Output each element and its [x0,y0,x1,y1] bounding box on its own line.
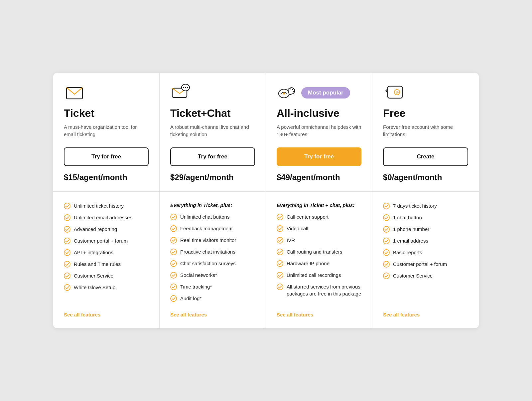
feature-text: Time tracking* [180,283,212,290]
feature-text: Basic reports [393,249,422,256]
feature-text: Unlimited call recordings [287,272,341,279]
feature-text: Customer portal + forum [393,261,447,268]
plan-icon-row-free: % [383,84,468,102]
svg-point-19 [171,272,177,278]
price-label-free: $0/agent/month [383,173,468,182]
plan-name-all-inclusive: All-inclusive [277,107,361,119]
feature-text: Customer Service [74,272,113,279]
feature-text: Feedback management [180,225,233,232]
svg-point-39 [383,238,389,244]
svg-point-17 [171,249,177,255]
plan-icon-row-ticket-chat [170,84,255,102]
price-label-ticket: $15/agent/month [64,173,149,182]
feature-list-ticket-chat: Unlimited chat buttons Feedback manageme… [170,213,255,306]
feature-item: Feedback management [170,225,255,232]
svg-point-20 [171,284,177,290]
feature-item: Customer Service [383,272,468,279]
see-all-features-all-inclusive[interactable]: See all features [277,312,361,317]
plan-top-free: % FreeForever free account with some lim… [372,73,479,191]
svg-point-31 [277,261,283,267]
feature-item: 1 chat button [383,214,468,221]
svg-point-2 [64,215,70,221]
plan-top-ticket: TicketA must-have organization tool for … [53,73,159,191]
feature-text: Customer Service [393,272,433,279]
svg-point-7 [64,273,70,279]
feature-item: Audit log* [170,295,255,302]
feature-item: Video call [277,225,361,232]
feature-item: Customer Service [64,272,149,279]
feature-text: 1 email address [393,237,428,244]
feature-text: Unlimited chat buttons [180,213,229,220]
svg-text:%: % [396,91,399,94]
feature-text: Proactive chat invitations [180,248,235,255]
feature-item: IVR [277,237,361,244]
plan-card-free: % FreeForever free account with some lim… [372,73,479,328]
cta-button-ticket-chat[interactable]: Try for free [170,147,255,166]
plan-desc-ticket: A must-have organization tool for email … [64,123,149,139]
feature-item: White Glove Setup [64,284,149,291]
svg-point-25 [292,89,293,90]
feature-item: Unlimited ticket history [64,202,149,209]
svg-point-27 [277,214,283,220]
svg-point-3 [64,226,70,232]
feature-text: Unlimited email addresses [74,214,132,221]
feature-list-ticket: Unlimited ticket history Unlimited email… [64,202,149,306]
feature-list-free: 7 days ticket history 1 chat button 1 ph… [383,202,468,306]
plan-card-ticket-chat: Ticket+ChatA robust multi-channel live c… [160,73,266,328]
svg-point-21 [171,296,177,301]
feature-item: Real time visitors monitor [170,237,255,244]
svg-point-37 [383,215,389,221]
cta-button-all-inclusive[interactable]: Try for free [277,147,361,166]
feature-text: Real time visitors monitor [180,237,236,244]
plan-desc-all-inclusive: A powerful omnichannel helpdesk with 180… [277,123,361,139]
feature-item: Social networks* [170,272,255,279]
plan-icon-row-all-inclusive: Most popular [277,84,361,102]
pricing-grid: TicketA must-have organization tool for … [53,73,479,328]
feature-text: Video call [287,225,308,232]
svg-point-5 [64,250,70,256]
svg-point-30 [277,249,283,255]
price-label-all-inclusive: $49/agent/month [277,173,361,182]
svg-point-8 [64,285,70,291]
cta-button-ticket[interactable]: Try for free [64,147,149,166]
feature-item: All starred services from previous packa… [277,283,361,297]
feature-text: IVR [287,237,295,244]
plan-icon-row-ticket [64,84,149,102]
see-all-features-ticket-chat[interactable]: See all features [170,312,255,317]
feature-text: Chat satisfaction surveys [180,260,236,267]
feature-item: Rules and Time rules [64,261,149,268]
feature-text: Customer portal + forum [74,237,128,244]
feature-text: White Glove Setup [74,284,115,291]
feature-item: Call center support [277,213,361,220]
feature-item: Time tracking* [170,283,255,290]
plan-features-all-inclusive: Everything in Ticket + chat, plus: Call … [266,192,372,328]
feature-text: 1 phone number [393,226,429,233]
feature-item: Hardware IP phone [277,260,361,267]
feature-text: Hardware IP phone [287,260,330,267]
feature-item: 1 email address [383,237,468,244]
see-all-features-free[interactable]: See all features [383,312,468,317]
plan-top-all-inclusive: Most popularAll-inclusiveA powerful omni… [266,73,372,191]
plan-card-ticket: TicketA must-have organization tool for … [53,73,160,328]
feature-text: Social networks* [180,272,217,279]
svg-point-40 [383,250,389,256]
feature-text: Unlimited ticket history [74,202,124,209]
feature-text: 1 chat button [393,214,422,221]
feature-item: API + integrations [64,249,149,256]
features-header-all-inclusive: Everything in Ticket + chat, plus: [277,202,361,208]
feature-item: Unlimited email addresses [64,214,149,221]
plan-desc-ticket-chat: A robust multi-channel live chat and tic… [170,123,255,139]
feature-list-all-inclusive: Call center support Video call IVR Call … [277,213,361,306]
feature-item: Basic reports [383,249,468,256]
cta-button-free[interactable]: Create [383,147,468,166]
svg-point-18 [171,261,177,267]
svg-point-38 [383,226,389,232]
svg-point-33 [277,284,283,290]
feature-text: 7 days ticket history [393,202,437,209]
svg-point-6 [64,261,70,267]
see-all-features-ticket[interactable]: See all features [64,312,149,317]
feature-text: Call routing and transfers [287,248,342,255]
svg-point-1 [64,203,70,209]
svg-point-13 [187,87,188,88]
feature-text: Advanced reporting [74,226,117,233]
